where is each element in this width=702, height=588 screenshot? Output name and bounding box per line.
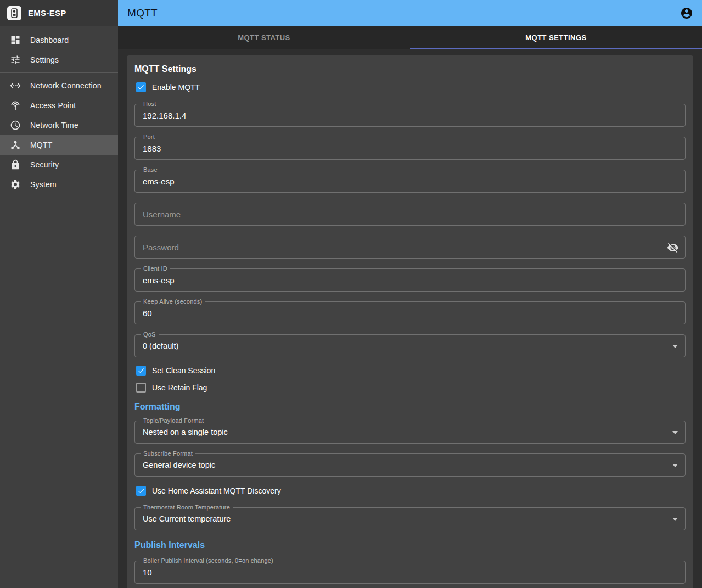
device-hub-icon — [10, 139, 21, 150]
dropdown-caret-icon — [672, 431, 678, 434]
dropdown-caret-icon — [672, 345, 678, 348]
field-label: Client ID — [141, 265, 170, 272]
field-label: Thermostat Room Temperature — [141, 504, 233, 511]
select-value: General device topic — [135, 454, 685, 476]
field-label: Host — [141, 100, 159, 107]
checkbox-icon — [136, 366, 146, 376]
sidebar-item-dashboard[interactable]: Dashboard — [0, 30, 118, 50]
field-label: QoS — [141, 331, 159, 338]
checkbox-icon — [136, 486, 146, 496]
tab-mqtt-status[interactable]: MQTT STATUS — [118, 26, 410, 49]
checkbox-label: Enable MQTT — [152, 83, 200, 92]
sidebar-item-label: Settings — [30, 55, 59, 64]
sidebar-item-label: Network Connection — [30, 81, 102, 90]
sidebar-item-label: Dashboard — [30, 36, 69, 44]
boiler-publish-interval-input[interactable] — [135, 561, 685, 583]
enable-mqtt-checkbox[interactable]: Enable MQTT — [134, 82, 200, 93]
select-value: Use Current temperature — [135, 508, 685, 530]
tune-icon — [10, 54, 21, 65]
checkbox-label: Use Home Assistant MQTT Discovery — [152, 486, 281, 495]
field-label: Base — [141, 166, 160, 173]
sidebar-nav: Dashboard Settings Network Connection — [0, 26, 118, 194]
username-field — [134, 203, 686, 226]
base-field: Base — [134, 170, 686, 193]
ems-esp-logo-icon — [7, 6, 21, 20]
keep-alive-input[interactable] — [135, 302, 685, 324]
page-title: MQTT — [127, 7, 158, 19]
card-heading: MQTT Settings — [134, 64, 686, 74]
sidebar: EMS-ESP Dashboard Settings Network — [0, 0, 118, 588]
sidebar-item-label: System — [30, 180, 57, 189]
keep-alive-field: Keep Alive (seconds) — [134, 301, 686, 324]
select-value: Nested on a single topic — [135, 421, 685, 443]
publish-intervals-heading: Publish Intervals — [134, 540, 686, 550]
client-id-field: Client ID — [134, 268, 686, 292]
retain-flag-checkbox[interactable]: Use Retain Flag — [134, 382, 207, 393]
dropdown-caret-icon — [672, 464, 678, 467]
formatting-heading: Formatting — [134, 402, 686, 412]
username-input[interactable] — [135, 203, 685, 225]
wifi-tethering-icon — [10, 100, 21, 111]
sidebar-item-system[interactable]: System — [0, 175, 118, 194]
host-input[interactable] — [135, 104, 685, 126]
sidebar-item-security[interactable]: Security — [0, 155, 118, 175]
sidebar-divider — [0, 72, 118, 73]
checkbox-label: Set Clean Session — [152, 366, 215, 375]
sidebar-item-network-connection[interactable]: Network Connection — [0, 76, 118, 96]
field-label: Keep Alive (seconds) — [141, 298, 205, 305]
subscribe-format-select[interactable]: Subscribe Format General device topic — [134, 453, 686, 477]
sidebar-item-access-point[interactable]: Access Point — [0, 96, 118, 115]
thermostat-room-temp-select[interactable]: Thermostat Room Temperature Use Current … — [134, 507, 686, 530]
main-area: MQTT MQTT STATUS MQTT SETTINGS MQTT Sett… — [118, 0, 702, 588]
ethernet-icon — [10, 80, 21, 91]
select-value: 0 (default) — [135, 335, 685, 357]
field-label: Topic/Payload Format — [141, 417, 206, 424]
sidebar-item-label: Network Time — [30, 121, 78, 130]
topic-format-select[interactable]: Topic/Payload Format Nested on a single … — [134, 421, 686, 444]
password-input[interactable] — [135, 236, 685, 258]
password-field — [134, 236, 686, 259]
sidebar-item-mqtt[interactable]: MQTT — [0, 135, 118, 155]
topbar: MQTT — [118, 0, 702, 26]
lock-icon — [10, 159, 21, 170]
clean-session-checkbox[interactable]: Set Clean Session — [134, 365, 215, 376]
content-area: MQTT Settings Enable MQTT Host Port — [118, 49, 702, 588]
tab-mqtt-settings[interactable]: MQTT SETTINGS — [410, 26, 702, 49]
sidebar-item-settings[interactable]: Settings — [0, 50, 118, 70]
dashboard-icon — [10, 35, 21, 46]
visibility-off-icon[interactable] — [666, 241, 679, 254]
field-label: Subscribe Format — [141, 450, 195, 457]
checkbox-icon — [136, 82, 146, 92]
account-icon[interactable] — [679, 6, 694, 20]
checkbox-label: Use Retain Flag — [152, 383, 207, 392]
port-input[interactable] — [135, 137, 685, 159]
dropdown-caret-icon — [672, 518, 678, 521]
port-field: Port — [134, 137, 686, 160]
client-id-input[interactable] — [135, 269, 685, 291]
ems-esp-app: EMS-ESP Dashboard Settings Network — [0, 0, 702, 588]
tabbar: MQTT STATUS MQTT SETTINGS — [118, 26, 702, 49]
sidebar-item-label: MQTT — [30, 141, 52, 149]
sidebar-header: EMS-ESP — [0, 0, 118, 26]
clock-icon — [10, 120, 21, 131]
gear-icon — [10, 179, 21, 190]
sidebar-item-label: Security — [30, 160, 59, 169]
field-label: Boiler Publish Interval (seconds, 0=on c… — [141, 557, 276, 564]
checkbox-icon — [136, 383, 146, 393]
boiler-publish-interval-field: Boiler Publish Interval (seconds, 0=on c… — [134, 561, 686, 584]
qos-select[interactable]: QoS 0 (default) — [134, 334, 686, 357]
field-label: Port — [141, 133, 158, 140]
host-field: Host — [134, 104, 686, 127]
mqtt-settings-card: MQTT Settings Enable MQTT Host Port — [127, 55, 693, 588]
sidebar-item-label: Access Point — [30, 101, 76, 110]
ha-discovery-checkbox[interactable]: Use Home Assistant MQTT Discovery — [134, 485, 281, 496]
base-input[interactable] — [135, 170, 685, 192]
sidebar-item-network-time[interactable]: Network Time — [0, 115, 118, 135]
app-title: EMS-ESP — [28, 8, 66, 18]
